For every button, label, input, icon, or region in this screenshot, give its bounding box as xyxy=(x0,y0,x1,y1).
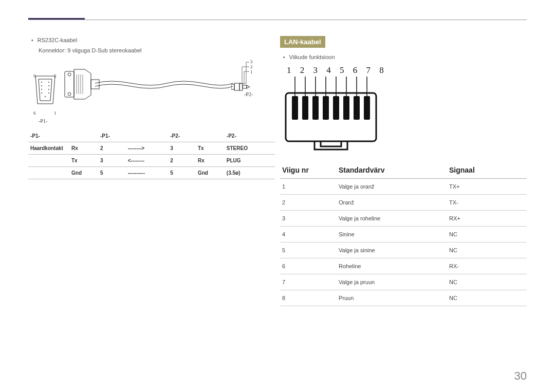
rj45-icon xyxy=(282,72,390,152)
svg-point-1 xyxy=(48,82,49,83)
svg-rect-44 xyxy=(354,96,360,120)
svg-rect-18 xyxy=(234,83,239,90)
svg-rect-38 xyxy=(292,96,298,120)
jack-pin-1: 1 xyxy=(250,69,253,74)
rs232-diagram: 9 5 6 1 xyxy=(28,59,275,126)
table-row: -P1- -P1- -P2- -P2- xyxy=(28,130,275,142)
svg-point-8 xyxy=(45,96,46,97)
hdr-p2a: -P2- xyxy=(168,130,196,142)
svg-rect-41 xyxy=(323,96,329,120)
lan-pin-table: Viigu nr Standardvärv Signaal 1Valge ja … xyxy=(280,162,527,306)
table-row: Haardkontakt Rx 2 --------> 3 Tx STEREO xyxy=(28,142,275,155)
table-row: Gnd 5 ---------- 5 Gnd (3.5ø) xyxy=(28,167,275,179)
content-columns: RS232C-kaabel Konnektor: 9 viiguga D-Sub… xyxy=(28,36,527,306)
jack-pin-labels: 3 2 1 xyxy=(250,59,253,74)
table-row: 2OranžTX- xyxy=(280,194,527,210)
svg-rect-17 xyxy=(231,84,234,89)
svg-point-12 xyxy=(68,92,71,96)
svg-rect-43 xyxy=(343,96,349,120)
p2-label: -P2- xyxy=(244,91,253,97)
table-row: 8PruunNC xyxy=(280,290,527,306)
svg-point-0 xyxy=(41,82,42,83)
svg-point-5 xyxy=(48,89,49,90)
rs232-connector-desc: Konnektor: 9 viiguga D-Sub stereokaabel xyxy=(39,46,275,55)
svg-rect-37 xyxy=(286,93,376,141)
table-row: 7Valge ja pruunNC xyxy=(280,274,527,290)
hdr-p2b: -P2- xyxy=(225,130,275,142)
rj45-diagram: 1 2 3 4 5 6 7 8 xyxy=(284,65,527,153)
page-number: 30 xyxy=(514,369,527,383)
svg-point-11 xyxy=(68,73,71,76)
left-column: RS232C-kaabel Konnektor: 9 viiguga D-Sub… xyxy=(28,36,275,306)
svg-point-2 xyxy=(41,85,42,86)
lan-heading: LAN-kaabel xyxy=(280,36,325,48)
lan-bullet: Viikude funktsioon xyxy=(283,53,527,62)
svg-rect-42 xyxy=(333,96,339,120)
table-row: Tx 3 <-------- 2 Rx PLUG xyxy=(28,155,275,167)
hdr-p1a: -P1- xyxy=(28,130,69,142)
hdr-standardvarv: Standardvärv xyxy=(337,162,447,179)
svg-point-4 xyxy=(41,89,42,90)
pin-label-1: 1 xyxy=(54,110,57,116)
header-rule xyxy=(28,20,527,20)
jack-pin-3: 3 xyxy=(250,59,253,64)
svg-rect-39 xyxy=(302,96,308,120)
table-row: 1Valge ja oranžTX+ xyxy=(280,178,527,194)
table-row: 6RohelineRX- xyxy=(280,258,527,274)
table-row: 4SinineNC xyxy=(280,226,527,242)
rs232-pin-table: -P1- -P1- -P2- -P2- Haardkontakt Rx 2 --… xyxy=(28,130,275,179)
jack-pin-2: 2 xyxy=(250,64,253,69)
table-row: 5Valge ja sinineNC xyxy=(280,242,527,258)
table-row: 3Valge ja rohelineRX+ xyxy=(280,210,527,226)
rs232-bullet: RS232C-kaabel xyxy=(31,36,275,45)
svg-rect-40 xyxy=(312,96,319,120)
pin-label-6: 6 xyxy=(33,110,36,116)
cable-icon xyxy=(95,78,234,94)
svg-rect-45 xyxy=(364,96,370,120)
haardkontakt-label: Haardkontakt xyxy=(28,142,69,155)
svg-point-3 xyxy=(48,85,49,86)
hdr-viigu-nr: Viigu nr xyxy=(280,162,337,179)
hdr-p1b: -P1- xyxy=(98,130,126,142)
svg-point-7 xyxy=(48,92,49,94)
right-column: LAN-kaabel Viikude funktsioon 1 2 3 4 5 … xyxy=(280,36,527,306)
p1-label: -P1- xyxy=(39,118,47,124)
dsub-female-icon xyxy=(33,72,57,108)
svg-point-6 xyxy=(41,92,42,94)
hdr-signaal: Signaal xyxy=(447,162,527,179)
svg-rect-9 xyxy=(65,71,74,97)
table-row: Viigu nr Standardvärv Signaal xyxy=(280,162,527,179)
